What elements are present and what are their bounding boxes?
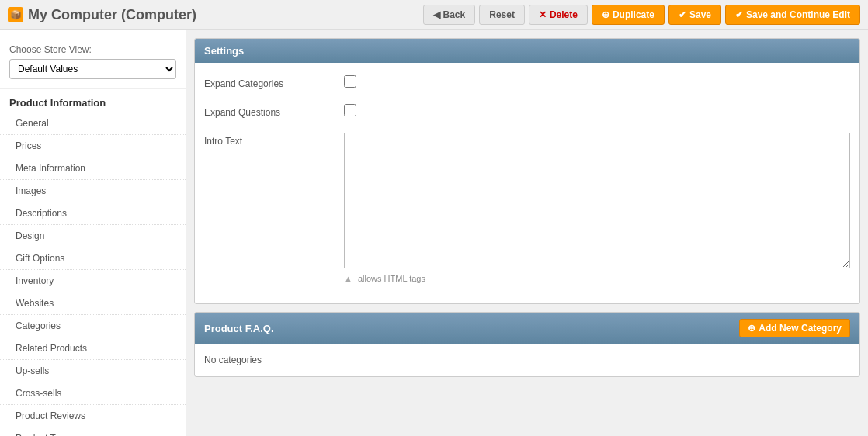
faq-panel-title: Product F.A.Q. xyxy=(204,323,274,334)
sidebar-item-cross-sells[interactable]: Cross-sells xyxy=(0,382,186,405)
expand-categories-row: Expand Categories xyxy=(204,72,850,93)
intro-text-row: Intro Text ▲ allows HTML tags xyxy=(204,130,850,286)
page-wrapper: 📦 My Computer (Computer) ◀ Back Reset ✕ … xyxy=(0,0,868,436)
save-continue-icon: ✔ xyxy=(735,9,743,20)
sidebar-item-related-products[interactable]: Related Products xyxy=(0,337,186,360)
sidebar: Choose Store View: Default Values Produc… xyxy=(0,30,186,436)
header-actions: ◀ Back Reset ✕ Delete ⊕ Duplicate ✔ Save… xyxy=(423,5,860,25)
expand-categories-control xyxy=(344,75,850,90)
back-button[interactable]: ◀ Back xyxy=(423,5,476,25)
sidebar-item-prices[interactable]: Prices xyxy=(0,135,186,157)
delete-icon: ✕ xyxy=(539,9,547,20)
product-information-title: Product Information xyxy=(0,89,186,112)
sidebar-item-images[interactable]: Images xyxy=(0,180,186,202)
settings-panel: Settings Expand Categories Expand Questi… xyxy=(194,38,860,304)
expand-categories-checkbox[interactable] xyxy=(344,75,356,88)
settings-panel-body: Expand Categories Expand Questions xyxy=(195,63,859,303)
sidebar-item-gift-options[interactable]: Gift Options xyxy=(0,247,186,270)
delete-button[interactable]: ✕ Delete xyxy=(529,5,588,25)
page-title: My Computer (Computer) xyxy=(28,7,196,23)
sidebar-item-general[interactable]: General xyxy=(0,112,186,135)
save-continue-button[interactable]: ✔ Save and Continue Edit xyxy=(725,5,860,25)
expand-questions-checkbox[interactable] xyxy=(344,104,356,116)
settings-panel-title: Settings xyxy=(204,45,244,57)
back-icon: ◀ xyxy=(433,9,440,20)
intro-text-control: ▲ allows HTML tags xyxy=(344,133,850,283)
intro-text-label: Intro Text xyxy=(204,133,344,147)
content-area: Settings Expand Categories Expand Questi… xyxy=(186,30,868,436)
sidebar-item-up-sells[interactable]: Up-sells xyxy=(0,360,186,382)
store-view-label: Choose Store View: xyxy=(9,44,176,55)
triangle-icon: ▲ xyxy=(344,274,352,283)
sidebar-item-websites[interactable]: Websites xyxy=(0,292,186,315)
sidebar-item-descriptions[interactable]: Descriptions xyxy=(0,202,186,225)
sidebar-item-inventory[interactable]: Inventory xyxy=(0,270,186,292)
sidebar-item-product-tags[interactable]: Product Tags xyxy=(0,427,186,436)
store-view-select[interactable]: Default Values xyxy=(9,59,176,79)
expand-questions-control xyxy=(344,104,850,119)
add-new-category-button[interactable]: ⊕ Add New Category xyxy=(739,319,850,337)
save-button[interactable]: ✔ Save xyxy=(668,5,721,25)
settings-panel-header: Settings xyxy=(195,39,859,63)
header-title: 📦 My Computer (Computer) xyxy=(8,7,196,23)
main-content: Choose Store View: Default Values Produc… xyxy=(0,30,868,436)
duplicate-button[interactable]: ⊕ Duplicate xyxy=(592,5,665,25)
product-icon: 📦 xyxy=(8,7,23,22)
sidebar-item-product-reviews[interactable]: Product Reviews xyxy=(0,405,186,427)
intro-text-textarea[interactable] xyxy=(344,133,850,268)
header-bar: 📦 My Computer (Computer) ◀ Back Reset ✕ … xyxy=(0,0,868,30)
store-view-section: Choose Store View: Default Values xyxy=(0,38,186,89)
sidebar-item-design[interactable]: Design xyxy=(0,225,186,247)
no-categories-text: No categories xyxy=(195,344,859,376)
faq-panel-header: Product F.A.Q. ⊕ Add New Category xyxy=(195,313,859,344)
faq-panel: Product F.A.Q. ⊕ Add New Category No cat… xyxy=(194,312,860,377)
save-icon: ✔ xyxy=(679,9,686,20)
sidebar-item-categories[interactable]: Categories xyxy=(0,315,186,337)
sidebar-item-meta-information[interactable]: Meta Information xyxy=(0,157,186,180)
duplicate-icon: ⊕ xyxy=(602,9,609,20)
reset-button[interactable]: Reset xyxy=(479,5,525,25)
add-category-icon: ⊕ xyxy=(748,323,755,334)
expand-questions-label: Expand Questions xyxy=(204,104,344,118)
html-tags-note: ▲ allows HTML tags xyxy=(344,274,850,283)
expand-categories-label: Expand Categories xyxy=(204,75,344,89)
expand-questions-row: Expand Questions xyxy=(204,101,850,122)
